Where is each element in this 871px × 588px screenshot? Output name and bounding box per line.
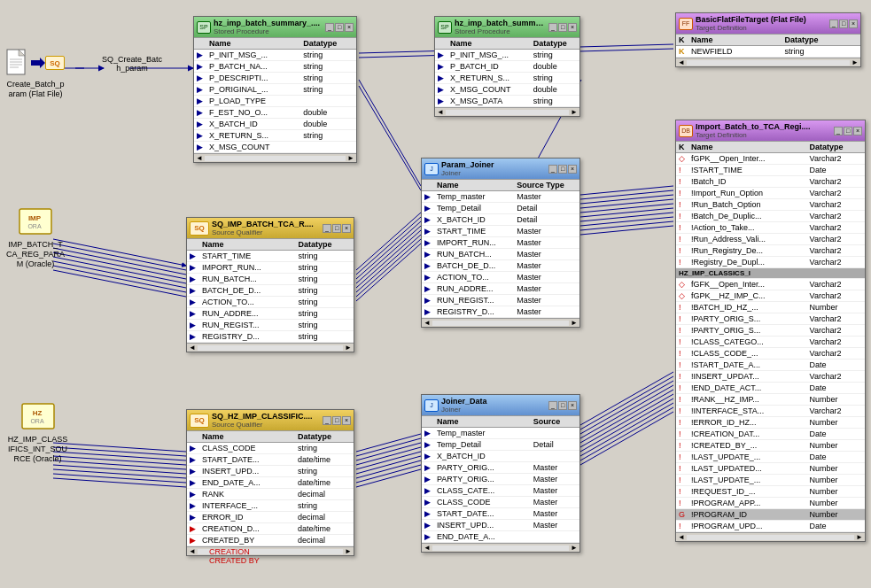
sq2-icon: SQ [190,414,209,428]
table-row: !!PROGRAM_UPD...Date [676,521,865,532]
joiner2-scrollbar[interactable]: ◄► [422,543,579,552]
table-row: !!Run_Address_Vali...Varchar2 [676,234,865,245]
sp2-minimize[interactable]: _ [548,23,557,32]
svg-line-41 [580,190,673,199]
svg-line-6 [53,252,186,279]
sp2-title: hz_imp_batch_summary_.... [455,19,547,27]
table-row: ▶INSERT_UPD...string [187,466,354,477]
sq1-close[interactable]: × [342,224,351,233]
sp1-scrollbar[interactable]: ◄► [194,153,356,162]
table-row: !!START_DATE_A...Date [676,360,865,371]
svg-line-35 [356,452,421,469]
joiner2-table: Name Source ▶Temp_master ▶Temp_DetailDet… [422,416,579,543]
svg-line-8 [53,261,186,288]
table-row: ▶Temp_masterMaster [422,191,579,203]
target1-scrollbar[interactable]: ◄► [676,58,860,66]
svg-line-47 [580,217,673,226]
sq2-node: SQ SQ_HZ_IMP_CLASSIFIC.... Source Qualif… [186,409,354,556]
sq1-minimize[interactable]: _ [323,224,331,233]
sq1-title: SQ_IMP_BATCH_TCA_R.... [212,220,321,228]
table-row: ▶P_ORIGINAL_...string [194,84,356,96]
sp1-restore[interactable]: □ [335,23,344,32]
table-row: ▶END_DATE_A...date/time [187,477,354,489]
target1-close[interactable]: × [849,19,858,28]
sq1-node: SQ SQ_IMP_BATCH_TCA_R.... Source Qualifi… [186,217,354,352]
joiner1-node: J Param_Joiner Joiner _ □ × Name Source … [421,158,580,328]
target1-minimize[interactable]: _ [829,19,838,28]
target2-restore[interactable]: □ [844,127,852,135]
svg-line-28 [53,469,186,478]
table-row: G!PROGRAM_IDNumber [676,509,865,521]
joiner2-minimize[interactable]: _ [548,401,557,410]
target1-node: FF BasicFlatFileTarget (Flat File) Targe… [675,12,861,67]
svg-text:HZ: HZ [32,409,42,417]
sq2-restore[interactable]: □ [332,416,341,425]
target2-scrollbar[interactable]: ◄► [676,532,865,541]
joiner1-minimize[interactable]: _ [548,165,557,174]
svg-line-9 [53,266,186,292]
arrow-icon [31,58,45,68]
sq2-minimize[interactable]: _ [323,416,331,425]
table-row: ▶X_BATCH_IDdouble [194,119,356,130]
table-row: ▶P_BATCH_NA...string [194,61,356,73]
table-row: !!INSERT_UPDAT...Varchar2 [676,371,865,383]
target2-close[interactable]: × [853,127,862,135]
sq1-table: Name Datatype ▶START_TIMEstring ▶IMPORT_… [187,239,354,343]
joiner2-node: J Joiner_Data Joiner _ □ × Name Source ▶… [421,394,580,553]
svg-line-43 [580,199,673,208]
joiner2-close[interactable]: × [568,401,577,410]
table-row: ▶CREATED_BYdecimal [187,535,354,546]
joiner1-scrollbar[interactable]: ◄► [422,318,579,327]
target1-icon: FF [679,18,693,30]
target1-col-type: Datatype [782,35,860,46]
svg-line-59 [580,412,673,465]
sp1-table: Name Datatype ▶P_INIT_MSG_...string ▶P_B… [194,38,356,153]
joiner2-restore[interactable]: □ [558,401,567,410]
table-row: ▶INTERFACE_...string [187,500,354,512]
table-row: !!Registry_De_Dupl...Varchar2 [676,257,865,268]
target1-restore[interactable]: □ [839,19,848,28]
table-row: ▶INSERT_UPD...Master [422,520,579,531]
sp2-restore[interactable]: □ [558,23,567,32]
table-row: ▶PARTY_ORIG...Master [422,462,579,474]
svg-text:ORA: ORA [30,418,44,424]
target2-table: K Name Datatype ◇fGPK__Open_Inter...Varc… [676,142,865,532]
table-row: !!CLASS_CATEGO...Varchar2 [676,337,865,348]
sp1-minimize[interactable]: _ [325,23,334,32]
sq1-header: SQ SQ_IMP_BATCH_TCA_R.... Source Qualifi… [187,218,354,239]
table-row: !!Action_to_Take...Varchar2 [676,222,865,234]
table-row: ▶CLASS_CODEMaster [422,497,579,508]
svg-line-23 [53,447,186,456]
table-row: ▶P_BATCH_IDdouble [435,61,579,73]
sq1-restore[interactable]: □ [332,224,341,233]
joiner2-subtitle: Joiner [441,406,547,414]
sq1-scrollbar[interactable]: ◄► [187,343,354,352]
sp1-close[interactable]: × [345,23,354,32]
sp1-title: hz_imp_batch_summary_.... [214,19,323,27]
joiner1-close[interactable]: × [568,165,577,174]
table-row: ▶BATCH_DE_D...Master [422,260,579,272]
sp2-close[interactable]: × [568,23,577,32]
target2-minimize[interactable]: _ [834,127,843,135]
table-row: ▶P_INIT_MSG_...string [194,50,356,61]
sq2-title: SQ_HZ_IMP_CLASSIFIC.... [212,412,321,421]
source1-label: Create_Batch_p aram (Flat File) [6,80,64,99]
sp2-scrollbar[interactable]: ◄► [435,107,579,116]
svg-line-29 [53,474,186,483]
table-row: ▶X_BATCH_ID [422,451,579,462]
svg-line-38 [356,465,421,483]
sq2-close[interactable]: × [342,416,351,425]
table-row: ▶CLASS_CATE...Master [422,485,579,497]
joiner2-header: J Joiner_Data Joiner _ □ × [422,395,579,416]
table-row: !!INTERFACE_STA...Varchar2 [676,406,865,417]
svg-line-42 [580,195,673,204]
table-row: !!END_DATE_ACT...Date [676,383,865,394]
joiner2-icon: J [424,399,439,412]
svg-line-45 [580,208,673,217]
target1-subtitle: Target Definition [696,24,828,32]
svg-line-54 [580,390,673,443]
target2-col-name: Name [688,142,807,153]
table-row: ▶RUN_REGIST...Master [422,295,579,306]
joiner1-title: Param_Joiner [441,160,547,169]
joiner1-restore[interactable]: □ [558,165,567,174]
